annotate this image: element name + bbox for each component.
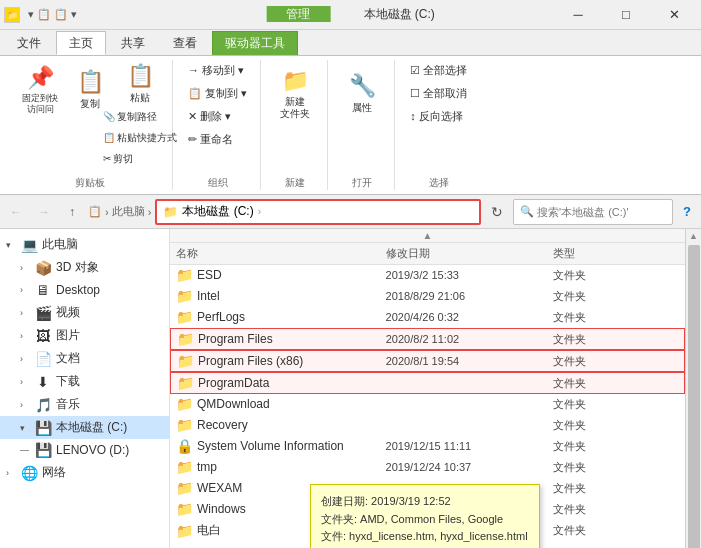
ribbon-group-new: 📁 新建文件夹 新建 xyxy=(263,60,328,190)
file-row[interactable]: 📁QMDownload 文件夹 xyxy=(170,394,685,415)
pc-icon: 💻 xyxy=(20,237,38,253)
clipboard-row: 📌 固定到快 访问问 📋 复制 📋 粘贴 📎 复制路径 📋 粘贴快捷方式 ✂ 剪… xyxy=(16,60,164,172)
ribbon-group-open: 🔧 属性 打开 xyxy=(330,60,395,190)
tab-view[interactable]: 查看 xyxy=(160,31,210,55)
address-current: 本地磁盘 (C:) xyxy=(182,203,253,220)
up-button[interactable]: ↑ xyxy=(60,200,84,224)
sidebar-item-downloads[interactable]: › ⬇ 下载 xyxy=(0,370,169,393)
minimize-button[interactable]: ─ xyxy=(555,2,601,28)
header-name[interactable]: 名称 xyxy=(176,246,386,261)
file-row[interactable]: 📁PerfLogs 2020/4/26 0:32 文件夹 xyxy=(170,307,685,328)
maximize-button[interactable]: □ xyxy=(603,2,649,28)
folder-icon: 📁 xyxy=(176,523,193,539)
sidebar-item-pictures[interactable]: › 🖼 图片 xyxy=(0,324,169,347)
window-controls: ─ □ ✕ xyxy=(555,2,697,28)
folder-icon: 📁 xyxy=(176,417,193,433)
sidebar-item-c-drive[interactable]: ▾ 💾 本地磁盘 (C:) xyxy=(0,416,169,439)
address-folder-icon: 📁 xyxy=(163,205,178,219)
file-row[interactable]: 📁Intel 2018/8/29 21:06 文件夹 xyxy=(170,286,685,307)
address-input[interactable]: 📁 本地磁盘 (C:) › xyxy=(155,199,481,225)
file-row[interactable]: 📁ESD 2019/3/2 15:33 文件夹 xyxy=(170,265,685,286)
new-label: 新建 xyxy=(285,172,305,190)
network-icon: 🌐 xyxy=(20,465,38,481)
video-icon: 🎬 xyxy=(34,305,52,321)
tab-file[interactable]: 文件 xyxy=(4,31,54,55)
folder-icon: 📁 xyxy=(176,396,193,412)
pictures-icon: 🖼 xyxy=(34,328,52,344)
move-to-button[interactable]: → 移动到 ▾ xyxy=(183,60,249,81)
ribbon-group-clipboard: 📌 固定到快 访问问 📋 复制 📋 粘贴 📎 复制路径 📋 粘贴快捷方式 ✂ 剪… xyxy=(8,60,173,190)
file-row-program-files[interactable]: 📁Program Files 2020/8/2 11:02 文件夹 xyxy=(170,328,685,350)
tab-drive-tools[interactable]: 驱动器工具 xyxy=(212,31,298,55)
sidebar-item-network[interactable]: › 🌐 网络 xyxy=(0,461,169,484)
search-box[interactable]: 🔍 xyxy=(513,199,673,225)
quick-access-icons: ▾ 📋 📋 ▾ xyxy=(28,8,77,21)
sidebar-item-desktop[interactable]: › 🖥 Desktop xyxy=(0,279,169,301)
folder-icon: 📁 xyxy=(176,459,193,475)
scroll-up-icon[interactable]: ▲ xyxy=(423,230,433,241)
rename-button[interactable]: ✏ 重命名 xyxy=(183,129,238,150)
title-bar-left: 📁 ▾ 📋 📋 ▾ xyxy=(4,7,77,23)
sidebar-item-video[interactable]: › 🎬 视频 xyxy=(0,301,169,324)
refresh-button[interactable]: ↻ xyxy=(485,200,509,224)
new-folder-button[interactable]: 📁 新建文件夹 xyxy=(271,64,319,124)
folder-icon: 📁 xyxy=(177,375,194,391)
tooltip-overlay: 创建日期: 2019/3/19 12:52 文件夹: AMD, Common F… xyxy=(310,484,540,548)
select-label: 选择 xyxy=(429,172,449,190)
folder-icon: 📁 xyxy=(177,331,194,347)
tab-home[interactable]: 主页 xyxy=(56,31,106,55)
copy-to-button[interactable]: 📋 复制到 ▾ xyxy=(183,83,252,104)
pin-button[interactable]: 📌 固定到快 访问问 xyxy=(16,60,64,120)
file-row[interactable]: 📁tmp 2019/12/24 10:37 文件夹 xyxy=(170,457,685,478)
select-all-button[interactable]: ☑ 全部选择 xyxy=(405,60,472,81)
paste-shortcut-button[interactable]: 📋 粘贴快捷方式 xyxy=(98,128,183,148)
tab-share[interactable]: 共享 xyxy=(108,31,158,55)
folder-icon: 📁 xyxy=(176,480,193,496)
search-icon: 🔍 xyxy=(520,205,534,218)
paste-button[interactable]: 📋 粘贴 📎 复制路径 📋 粘贴快捷方式 ✂ 剪切 xyxy=(116,60,164,172)
ribbon-group-select: ☑ 全部选择 ☐ 全部取消 ↕ 反向选择 选择 xyxy=(397,60,480,190)
back-button[interactable]: ← xyxy=(4,200,28,224)
header-type[interactable]: 类型 xyxy=(553,246,679,261)
header-date[interactable]: 修改日期 xyxy=(386,246,554,261)
copy-path-button[interactable]: 📎 复制路径 xyxy=(98,107,183,127)
properties-button[interactable]: 🔧 属性 xyxy=(338,64,386,124)
file-list-header: 名称 修改日期 类型 xyxy=(170,243,685,265)
file-row[interactable]: 🔒System Volume Information 2019/12/15 11… xyxy=(170,436,685,457)
scroll-up-area: ▲ xyxy=(170,229,685,243)
sidebar-item-documents[interactable]: › 📄 文档 xyxy=(0,347,169,370)
sidebar-item-d-drive[interactable]: — 💾 LENOVO (D:) xyxy=(0,439,169,461)
ribbon-tabs: 文件 主页 共享 查看 驱动器工具 xyxy=(0,30,701,56)
clipboard-label: 剪贴板 xyxy=(75,172,105,190)
invert-selection-button[interactable]: ↕ 反向选择 xyxy=(405,106,468,127)
sidebar-item-music[interactable]: › 🎵 音乐 xyxy=(0,393,169,416)
deselect-all-button[interactable]: ☐ 全部取消 xyxy=(405,83,472,104)
sidebar-item-pc[interactable]: ▾ 💻 此电脑 xyxy=(0,233,169,256)
folder-icon: 📁 xyxy=(177,353,194,369)
folder-icon: 🔒 xyxy=(176,438,193,454)
file-row-program-files-x86[interactable]: 📁Program Files (x86) 2020/8/1 19:54 文件夹 xyxy=(170,350,685,372)
scroll-thumb[interactable] xyxy=(688,245,700,548)
cut-button[interactable]: ✂ 剪切 xyxy=(98,149,183,169)
sidebar-item-3d[interactable]: › 📦 3D 对象 xyxy=(0,256,169,279)
window-title: 管理 本地磁盘 (C:) xyxy=(266,6,435,23)
ribbon-group-organize: → 移动到 ▾ 📋 复制到 ▾ ✕ 删除 ▾ ✏ 重命名 组织 xyxy=(175,60,261,190)
scrollbar[interactable]: ▲ ▼ xyxy=(685,229,701,548)
delete-button[interactable]: ✕ 删除 ▾ xyxy=(183,106,236,127)
folder-icon: 📁 xyxy=(176,501,193,517)
forward-button[interactable]: → xyxy=(32,200,56,224)
tooltip-line3: 文件: hyxd_license.htm, hyxd_license.html xyxy=(321,528,529,546)
sidebar: ▾ 💻 此电脑 › 📦 3D 对象 › 🖥 Desktop › 🎬 视频 › 🖼… xyxy=(0,229,170,548)
help-button[interactable]: ? xyxy=(677,202,697,222)
file-row-recovery[interactable]: 📁Recovery 文件夹 xyxy=(170,415,685,436)
d-drive-icon: 💾 xyxy=(34,442,52,458)
scroll-up-arrow[interactable]: ▲ xyxy=(687,229,700,243)
documents-icon: 📄 xyxy=(34,351,52,367)
search-input[interactable] xyxy=(537,206,666,218)
folder-title-icon: 📁 xyxy=(4,7,20,23)
3d-icon: 📦 xyxy=(34,260,52,276)
breadcrumb-pc[interactable]: 此电脑 xyxy=(112,204,145,219)
file-row-programdata[interactable]: 📁ProgramData 文件夹 xyxy=(170,372,685,394)
open-label: 打开 xyxy=(352,172,372,190)
close-button[interactable]: ✕ xyxy=(651,2,697,28)
